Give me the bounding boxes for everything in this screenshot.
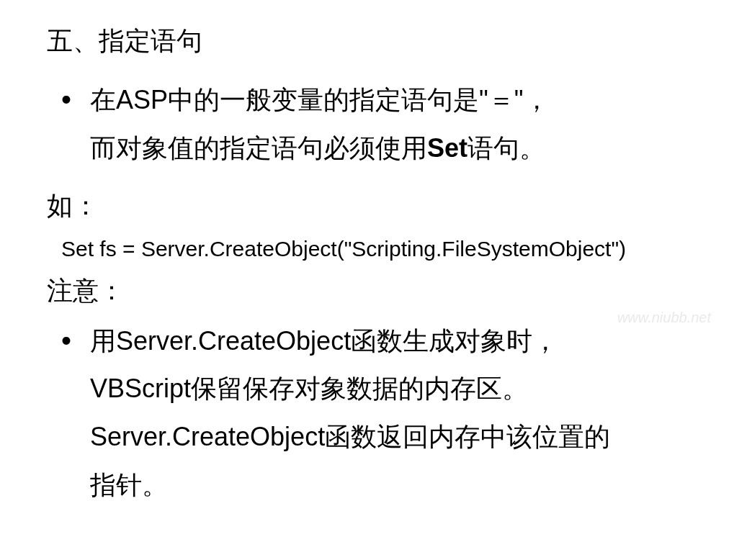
bullet-1-line-1: 在ASP中的一般变量的指定语句是"＝"，	[90, 76, 550, 125]
bullet-1-line-2: 而对象值的指定语句必须使用Set语句。	[90, 125, 700, 173]
bullet-2-line-3: Server.CreateObject函数返回内存中该位置的	[90, 413, 700, 461]
set-keyword: Set	[427, 133, 468, 163]
bullet-2: • 用Server.CreateObject函数生成对象时， VBScript保…	[61, 317, 700, 509]
code-example: Set fs = Server.CreateObject("Scripting.…	[61, 232, 700, 266]
bullet-dot-icon: •	[61, 76, 90, 122]
bullet-2-line-1: 用Server.CreateObject函数生成对象时，	[90, 317, 558, 366]
bullet-2-line-4: 指针。	[90, 461, 700, 510]
section-heading: 五、指定语句	[47, 22, 700, 60]
note-label: 注意：	[47, 270, 700, 312]
bullet-1: • 在ASP中的一般变量的指定语句是"＝"， 而对象值的指定语句必须使用Set语…	[61, 76, 700, 172]
bullet-1-line-2-post: 语句。	[468, 133, 545, 163]
bullet-2-line-2: VBScript保留保存对象数据的内存区。	[90, 365, 700, 413]
example-label: 如：	[47, 185, 700, 227]
bullet-dot-icon: •	[61, 317, 90, 363]
bullet-1-line-2-pre: 而对象值的指定语句必须使用	[90, 133, 427, 163]
